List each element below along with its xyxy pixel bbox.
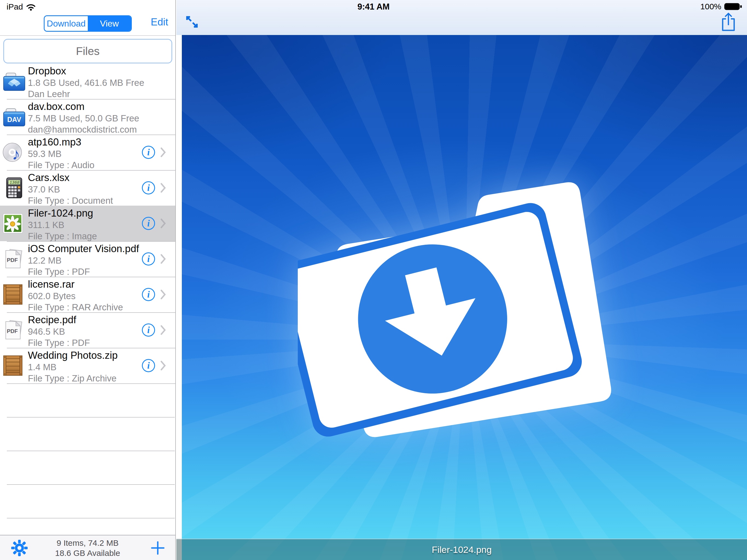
item-title: iOS Computer Vision.pdf bbox=[28, 243, 126, 255]
sidebar: iPad Download View Edit Files bbox=[0, 0, 176, 560]
item-filetype: File Type : RAR Archive bbox=[28, 302, 126, 313]
chevron-right-icon bbox=[160, 360, 166, 371]
tab-view[interactable]: View bbox=[88, 16, 131, 31]
info-button[interactable]: i bbox=[142, 324, 155, 337]
item-title: Filer-1024.png bbox=[28, 207, 126, 219]
chevron-right-icon bbox=[160, 218, 166, 229]
item-title: Wedding Photos.zip bbox=[28, 350, 126, 361]
item-filetype: File Type : Audio bbox=[28, 159, 126, 171]
list-divider bbox=[7, 518, 175, 518]
dropbox-folder-icon bbox=[2, 71, 26, 92]
pdf-file-icon: PDF bbox=[2, 248, 26, 270]
list-item-ios-computer-vision-pdf[interactable]: PDF iOS Computer Vision.pdf 12.2 MB File… bbox=[0, 241, 175, 277]
item-storage: 1.8 GB Used, 461.6 MB Free bbox=[28, 77, 126, 88]
chevron-right-icon bbox=[160, 325, 166, 335]
list-divider bbox=[7, 484, 175, 485]
sidebar-bottom-toolbar: 9 Items, 74.2 MB 18.6 GB Available bbox=[0, 535, 175, 560]
list-item-wedding-photos-zip[interactable]: Wedding Photos.zip 1.4 MB File Type : Zi… bbox=[0, 348, 175, 383]
svg-text:DAV: DAV bbox=[7, 116, 21, 123]
item-filetype: File Type : PDF bbox=[28, 266, 126, 277]
clock-label: 9:41 AM bbox=[333, 2, 414, 12]
share-button[interactable] bbox=[721, 12, 736, 32]
item-size: 1.4 MB bbox=[28, 361, 126, 373]
info-button[interactable]: i bbox=[142, 359, 155, 372]
chevron-right-icon bbox=[160, 147, 166, 157]
item-filetype: File Type : Zip Archive bbox=[28, 373, 126, 384]
files-header: Files bbox=[3, 39, 172, 63]
carrier-label: iPad bbox=[6, 2, 23, 11]
chevron-right-icon bbox=[160, 183, 166, 193]
archive-crate-icon bbox=[2, 355, 26, 376]
info-button[interactable]: i bbox=[142, 288, 155, 301]
status-carrier: iPad bbox=[6, 2, 36, 11]
item-filetype: File Type : PDF bbox=[28, 337, 126, 348]
item-filetype: File Type : Document bbox=[28, 195, 126, 206]
list-item-license-rar[interactable]: license.rar 602.0 Bytes File Type : RAR … bbox=[0, 277, 175, 312]
item-account: dan@hammockdistrict.com bbox=[28, 124, 126, 135]
item-size: 59.3 MB bbox=[28, 148, 126, 159]
battery-percent-label: 100% bbox=[700, 2, 721, 11]
status-battery: 100% bbox=[700, 2, 742, 11]
items-count-label: 9 Items, 74.2 MB bbox=[0, 538, 175, 548]
item-title: license.rar bbox=[28, 278, 126, 290]
tab-download[interactable]: Download bbox=[45, 16, 88, 31]
item-size: 12.2 MB bbox=[28, 255, 126, 266]
item-size: 37.0 KB bbox=[28, 184, 126, 195]
preview-title-bar: Filer-1024.png bbox=[176, 539, 747, 560]
item-size: 946.5 KB bbox=[28, 326, 126, 337]
list-item-atp160[interactable]: ♪ atp160.mp3 59.3 MB File Type : Audio i bbox=[0, 134, 175, 170]
preview-filename: Filer-1024.png bbox=[432, 544, 492, 555]
audio-cd-icon: ♪ bbox=[2, 142, 26, 163]
image-thumbnail-icon bbox=[2, 213, 26, 234]
item-storage: 7.5 MB Used, 50.0 GB Free bbox=[28, 113, 126, 124]
info-button[interactable]: i bbox=[142, 146, 155, 159]
archive-crate-icon bbox=[2, 284, 26, 305]
item-size: 311.1 KB bbox=[28, 219, 126, 230]
item-title: dav.box.com bbox=[28, 101, 126, 113]
item-title: Dropbox bbox=[28, 65, 126, 77]
item-account: Dan Leehr bbox=[28, 88, 126, 100]
info-button[interactable]: i bbox=[142, 181, 155, 195]
info-button[interactable]: i bbox=[142, 217, 155, 230]
list-item-dav-box[interactable]: DAV dav.box.com 7.5 MB Used, 50.0 GB Fre… bbox=[0, 99, 175, 134]
battery-icon bbox=[724, 2, 742, 11]
item-filetype: File Type : Image bbox=[28, 230, 126, 242]
file-list: Dropbox 1.8 GB Used, 461.6 MB Free Dan L… bbox=[0, 63, 175, 383]
calculator-icon: 1368 bbox=[2, 177, 26, 199]
chevron-right-icon bbox=[160, 289, 166, 300]
storage-summary: 9 Items, 74.2 MB 18.6 GB Available bbox=[0, 538, 175, 558]
app-root: iPad Download View Edit Files bbox=[0, 0, 747, 560]
svg-text:PDF: PDF bbox=[7, 328, 18, 334]
svg-text:PDF: PDF bbox=[7, 257, 18, 263]
list-item-cars-xlsx[interactable]: 1368 Cars.xlsx 37.0 KB File Type : Docu bbox=[0, 170, 175, 206]
image-preview[interactable] bbox=[182, 35, 747, 560]
item-title: Recipe.pdf bbox=[28, 314, 126, 326]
add-button[interactable] bbox=[150, 540, 165, 556]
item-title: atp160.mp3 bbox=[28, 136, 126, 148]
filer-app-icon bbox=[298, 125, 632, 491]
list-divider bbox=[7, 451, 175, 451]
info-button[interactable]: i bbox=[142, 252, 155, 265]
item-size: 602.0 Bytes bbox=[28, 290, 126, 302]
list-item-filer-png[interactable]: Filer-1024.png 311.1 KB File Type : Imag… bbox=[0, 206, 175, 241]
available-space-label: 18.6 GB Available bbox=[0, 548, 175, 558]
preview-toolbar bbox=[176, 0, 747, 35]
svg-text:1368: 1368 bbox=[9, 180, 19, 185]
mode-segmented-control: Download View bbox=[44, 15, 132, 32]
list-divider bbox=[7, 417, 175, 417]
list-item-recipe-pdf[interactable]: PDF Recipe.pdf 946.5 KB File Type : PDF … bbox=[0, 312, 175, 348]
chevron-right-icon bbox=[160, 254, 166, 264]
fullscreen-expand-icon[interactable] bbox=[185, 15, 199, 28]
dav-folder-icon: DAV bbox=[2, 106, 26, 127]
item-title: Cars.xlsx bbox=[28, 172, 126, 184]
svg-text:♪: ♪ bbox=[12, 145, 20, 163]
edit-button[interactable]: Edit bbox=[151, 17, 168, 28]
list-item-dropbox[interactable]: Dropbox 1.8 GB Used, 461.6 MB Free Dan L… bbox=[0, 63, 175, 99]
wifi-icon bbox=[26, 3, 36, 11]
pdf-file-icon: PDF bbox=[2, 320, 26, 341]
preview-pane: Filer-1024.png bbox=[176, 0, 747, 560]
